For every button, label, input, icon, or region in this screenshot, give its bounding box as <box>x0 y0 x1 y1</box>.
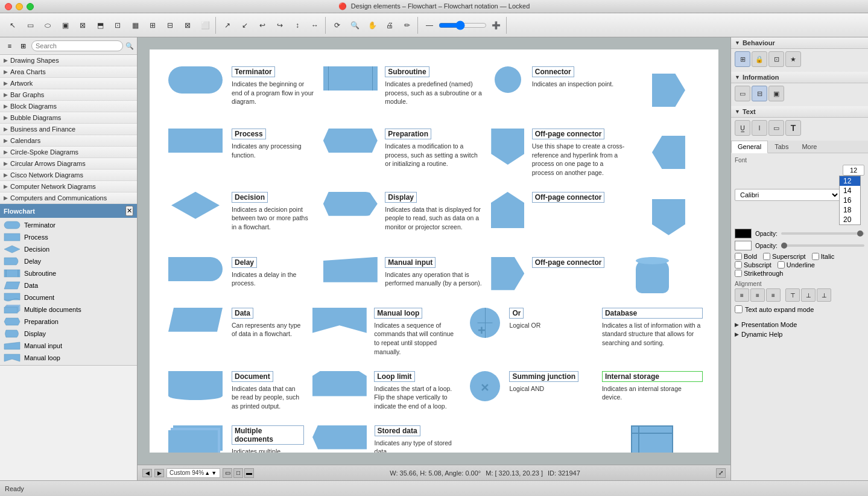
flowchart-item-document[interactable]: Document <box>0 291 137 304</box>
size-option-12[interactable]: 12 <box>840 176 860 186</box>
canvas[interactable]: Terminator Indicates the beginning or en… <box>150 49 718 453</box>
pan-btn[interactable]: ✋ <box>364 17 381 34</box>
text-icon-cursor[interactable]: I <box>752 120 767 136</box>
sidebar-category-bar[interactable]: ▶ Bar Graphs <box>0 89 137 101</box>
pen-btn[interactable]: ✏ <box>399 17 416 34</box>
undo-btn[interactable]: ↩ <box>254 17 271 34</box>
search-button[interactable]: 🔍 <box>125 40 134 52</box>
table-tool[interactable]: ▣ <box>57 17 74 34</box>
flowchart-item-decision[interactable]: Decision <box>0 243 137 255</box>
pointer-tool[interactable]: ↖ <box>4 17 21 34</box>
page-size-1[interactable]: ▭ <box>223 468 232 478</box>
sidebar-category-circular[interactable]: ▶ Circular Arrows Diagrams <box>0 158 137 170</box>
sidebar-category-block[interactable]: ▶ Block Diagrams <box>0 101 137 112</box>
resize-h[interactable]: ↔ <box>306 17 323 34</box>
info-icon-2[interactable]: ⊟ <box>752 86 767 101</box>
flowchart-item-terminator[interactable]: Terminator <box>0 219 137 231</box>
flowchart-item-manual-loop[interactable]: Manual loop <box>0 352 137 364</box>
strikethrough-input[interactable] <box>735 270 742 277</box>
text-icon-T[interactable]: T <box>785 120 801 136</box>
close-button[interactable] <box>5 3 12 10</box>
subscript-checkbox[interactable]: Subscript <box>735 261 771 269</box>
sidebar-category-area[interactable]: ▶ Area Charts <box>0 66 137 78</box>
arrow-sw[interactable]: ↙ <box>236 17 253 34</box>
sidebar-category-drawing[interactable]: ▶ Drawing Shapes <box>0 55 137 66</box>
arrow-ne[interactable]: ↗ <box>219 17 236 34</box>
dynamic-help-item[interactable]: ▶ Dynamic Help <box>735 329 864 339</box>
grid-view-btn[interactable]: ⊞ <box>17 40 29 52</box>
italic-input[interactable] <box>812 253 819 260</box>
zoom-slider[interactable] <box>439 21 487 30</box>
zoom-in-btn[interactable]: ➕ <box>487 17 504 34</box>
sidebar-category-computers[interactable]: ▶ Computers and Communications <box>0 192 137 204</box>
italic-checkbox[interactable]: Italic <box>812 253 835 260</box>
superscript-input[interactable] <box>763 253 770 260</box>
canvas-area[interactable]: Terminator Indicates the beginning or en… <box>138 37 730 465</box>
add-tool[interactable]: ⊞ <box>144 17 161 34</box>
rect-tool[interactable]: ▭ <box>22 17 39 34</box>
pattern-tool[interactable]: ▦ <box>127 17 144 34</box>
page-prev-btn[interactable]: ◀ <box>142 469 152 477</box>
flowchart-item-data[interactable]: Data <box>0 279 137 291</box>
auto-expand-checkbox[interactable] <box>735 305 743 313</box>
behaviour-icon-1[interactable]: ⊞ <box>735 51 750 67</box>
bold-input[interactable] <box>735 253 742 260</box>
font-select[interactable]: Calibri <box>735 189 840 201</box>
font-size-input[interactable] <box>843 165 864 176</box>
tab-general[interactable]: General <box>731 141 768 153</box>
subscript-input[interactable] <box>735 261 742 269</box>
align-right[interactable]: ≡ <box>766 288 781 302</box>
tab-tabs[interactable]: Tabs <box>768 141 795 153</box>
flowchart-close-btn[interactable]: ✕ <box>125 206 133 216</box>
align-left[interactable]: ≡ <box>735 288 749 302</box>
zoom-btn[interactable]: 🔍 <box>346 17 363 34</box>
sidebar-category-artwork[interactable]: ▶ Artwork <box>0 78 137 89</box>
size-option-20[interactable]: 20 <box>840 215 860 224</box>
zoom-up-btn[interactable]: ▲ <box>204 470 211 476</box>
behaviour-icon-2[interactable]: 🔒 <box>752 51 767 67</box>
size-option-14[interactable]: 14 <box>840 186 860 196</box>
sidebar-category-circle-spoke[interactable]: ▶ Circle-Spoke Diagrams <box>0 147 137 158</box>
sidebar-category-cisco[interactable]: ▶ Cisco Network Diagrams <box>0 170 137 181</box>
ellipse-tool[interactable]: ⬭ <box>39 17 56 34</box>
text-icon-box[interactable]: ▭ <box>768 120 784 136</box>
size-option-18[interactable]: 18 <box>840 205 860 215</box>
crop-tool[interactable]: ⊠ <box>74 17 91 34</box>
behaviour-icon-4[interactable]: ★ <box>785 51 801 67</box>
flowchart-item-delay[interactable]: Delay <box>0 255 137 267</box>
align-center[interactable]: ≡ <box>750 288 765 302</box>
sidebar-category-business[interactable]: ▶ Business and Finance <box>0 124 137 135</box>
strikethrough-checkbox[interactable]: Strikethrough <box>735 270 783 277</box>
presentation-mode-item[interactable]: ▶ Presentation Mode <box>735 320 864 329</box>
flowchart-item-preparation[interactable]: Preparation <box>0 316 137 328</box>
grid-tool[interactable]: ⬒ <box>92 17 109 34</box>
page-next-btn[interactable]: ▶ <box>154 469 164 477</box>
underline-checkbox[interactable]: Underline <box>778 261 815 269</box>
check-tool[interactable]: ⊡ <box>109 17 126 34</box>
behaviour-icon-3[interactable]: ⊡ <box>768 51 784 67</box>
flowchart-item-manual-input[interactable]: Manual input <box>0 340 137 352</box>
align-middle[interactable]: ⊥ <box>801 288 816 302</box>
underline-input[interactable] <box>778 261 785 269</box>
redo-btn[interactable]: ↪ <box>271 17 288 34</box>
zoom-out-btn[interactable]: — <box>421 17 438 34</box>
flowchart-item-display[interactable]: Display <box>0 328 137 340</box>
sub-tool[interactable]: ⊟ <box>162 17 179 34</box>
bold-checkbox[interactable]: Bold <box>735 253 757 260</box>
tab-more[interactable]: More <box>795 141 823 153</box>
list-view-btn[interactable]: ≡ <box>4 40 16 52</box>
page-size-3[interactable]: ▬ <box>244 468 254 478</box>
info-icon-3[interactable]: ▣ <box>768 86 784 101</box>
zoom-down-btn[interactable]: ▼ <box>211 470 217 476</box>
print-btn[interactable]: 🖨 <box>381 17 398 34</box>
minimize-button[interactable] <box>16 3 23 10</box>
opacity-slider-2[interactable] <box>781 244 864 247</box>
sidebar-category-computer-network[interactable]: ▶ Computer Network Diagrams <box>0 181 137 192</box>
sidebar-category-bubble[interactable]: ▶ Bubble Diagrams <box>0 112 137 124</box>
bg-color-box[interactable] <box>735 241 752 250</box>
superscript-checkbox[interactable]: Superscript <box>763 253 806 260</box>
flowchart-item-multidoc[interactable]: Multiple documents <box>0 304 137 316</box>
text-icon-underline[interactable]: U̲ <box>735 120 750 136</box>
resize-v[interactable]: ↕ <box>289 17 306 34</box>
page-size-2[interactable]: □ <box>233 468 243 478</box>
